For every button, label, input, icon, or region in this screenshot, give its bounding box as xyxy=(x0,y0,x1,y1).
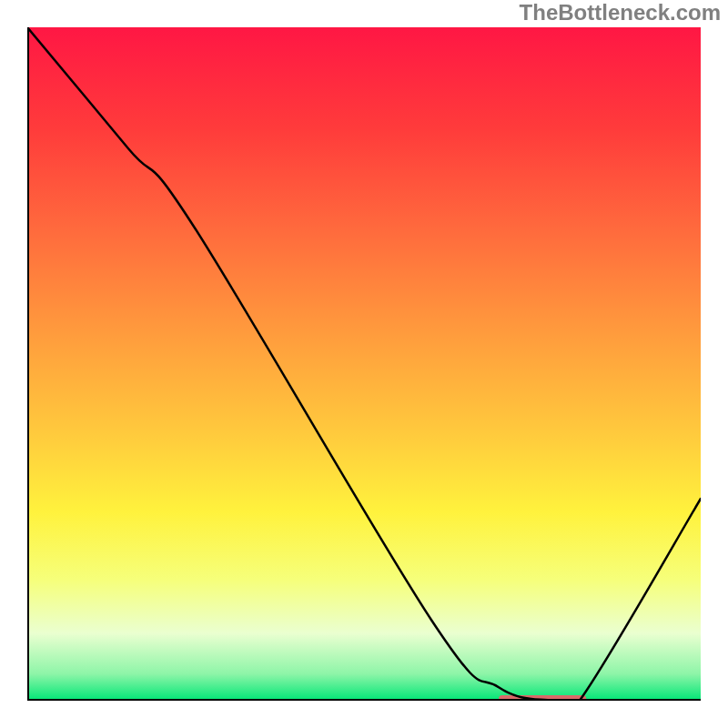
chart-container: TheBottleneck.com xyxy=(0,0,728,728)
gradient-background xyxy=(27,27,701,701)
chart-svg xyxy=(27,27,701,701)
watermark-text: TheBottleneck.com xyxy=(520,0,721,25)
plot-area xyxy=(27,27,701,701)
